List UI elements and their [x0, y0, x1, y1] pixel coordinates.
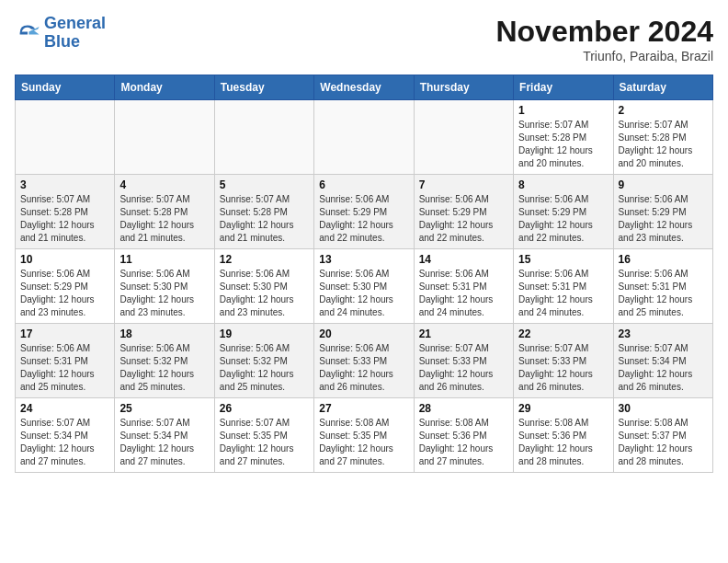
logo-icon	[15, 20, 40, 46]
day-number: 19	[220, 327, 309, 340]
day-info: Sunrise: 5:06 AM Sunset: 5:30 PM Dayligh…	[119, 268, 209, 319]
day-info: Sunrise: 5:06 AM Sunset: 5:30 PM Dayligh…	[319, 268, 408, 319]
location-subtitle: Triunfo, Paraiba, Brazil	[495, 49, 713, 63]
day-number: 14	[419, 253, 508, 266]
day-number: 23	[619, 327, 708, 340]
day-info: Sunrise: 5:07 AM Sunset: 5:34 PM Dayligh…	[619, 342, 708, 394]
day-info: Sunrise: 5:07 AM Sunset: 5:28 PM Dayligh…	[119, 193, 209, 245]
calendar-cell	[314, 100, 414, 175]
day-info: Sunrise: 5:06 AM Sunset: 5:33 PM Dayligh…	[319, 342, 408, 394]
day-number: 18	[119, 327, 209, 340]
calendar-cell: 3Sunrise: 5:07 AM Sunset: 5:28 PM Daylig…	[16, 175, 115, 249]
calendar-cell: 27Sunrise: 5:08 AM Sunset: 5:35 PM Dayli…	[314, 398, 414, 473]
day-info: Sunrise: 5:07 AM Sunset: 5:34 PM Dayligh…	[119, 417, 209, 468]
logo-line2: Blue	[44, 32, 80, 51]
calendar-cell: 17Sunrise: 5:06 AM Sunset: 5:31 PM Dayli…	[16, 324, 115, 398]
calendar-cell: 2Sunrise: 5:07 AM Sunset: 5:28 PM Daylig…	[613, 100, 712, 175]
title-block: November 2024 Triunfo, Paraiba, Brazil	[495, 15, 713, 63]
day-number: 12	[220, 253, 309, 266]
calendar-cell: 14Sunrise: 5:06 AM Sunset: 5:31 PM Dayli…	[414, 249, 513, 324]
day-number: 6	[319, 178, 408, 191]
calendar-cell: 16Sunrise: 5:06 AM Sunset: 5:31 PM Dayli…	[613, 249, 712, 324]
weekday-header-wednesday: Wednesday	[314, 75, 414, 100]
weekday-header-row: SundayMondayTuesdayWednesdayThursdayFrid…	[16, 75, 713, 100]
day-number: 1	[518, 104, 608, 117]
day-number: 3	[20, 178, 109, 191]
day-info: Sunrise: 5:06 AM Sunset: 5:31 PM Dayligh…	[419, 268, 508, 319]
calendar-cell	[115, 100, 214, 175]
day-info: Sunrise: 5:06 AM Sunset: 5:29 PM Dayligh…	[419, 193, 508, 245]
logo: General Blue	[15, 15, 106, 52]
day-info: Sunrise: 5:07 AM Sunset: 5:28 PM Dayligh…	[20, 193, 109, 245]
day-info: Sunrise: 5:07 AM Sunset: 5:35 PM Dayligh…	[220, 417, 309, 468]
day-info: Sunrise: 5:06 AM Sunset: 5:29 PM Dayligh…	[518, 193, 608, 245]
day-number: 9	[619, 178, 708, 191]
day-info: Sunrise: 5:06 AM Sunset: 5:31 PM Dayligh…	[518, 268, 608, 319]
logo-line1: General	[44, 14, 106, 32]
calendar-cell	[16, 100, 115, 175]
day-number: 27	[319, 402, 408, 415]
day-info: Sunrise: 5:07 AM Sunset: 5:33 PM Dayligh…	[419, 342, 508, 394]
day-number: 17	[20, 327, 109, 340]
day-info: Sunrise: 5:07 AM Sunset: 5:28 PM Dayligh…	[220, 193, 309, 245]
day-number: 10	[20, 253, 109, 266]
weekday-header-saturday: Saturday	[613, 75, 712, 100]
day-info: Sunrise: 5:08 AM Sunset: 5:35 PM Dayligh…	[319, 417, 408, 468]
day-number: 15	[518, 253, 608, 266]
weekday-header-sunday: Sunday	[16, 75, 115, 100]
calendar-cell: 26Sunrise: 5:07 AM Sunset: 5:35 PM Dayli…	[214, 398, 313, 473]
day-info: Sunrise: 5:06 AM Sunset: 5:30 PM Dayligh…	[220, 268, 309, 319]
day-number: 8	[518, 178, 608, 191]
calendar-cell: 29Sunrise: 5:08 AM Sunset: 5:36 PM Dayli…	[514, 398, 613, 473]
calendar-week-row: 10Sunrise: 5:06 AM Sunset: 5:29 PM Dayli…	[16, 249, 713, 324]
calendar-cell: 25Sunrise: 5:07 AM Sunset: 5:34 PM Dayli…	[115, 398, 214, 473]
weekday-header-tuesday: Tuesday	[214, 75, 313, 100]
day-info: Sunrise: 5:06 AM Sunset: 5:31 PM Dayligh…	[20, 342, 109, 394]
day-info: Sunrise: 5:08 AM Sunset: 5:36 PM Dayligh…	[419, 417, 508, 468]
calendar-cell: 13Sunrise: 5:06 AM Sunset: 5:30 PM Dayli…	[314, 249, 414, 324]
day-info: Sunrise: 5:07 AM Sunset: 5:34 PM Dayligh…	[20, 417, 109, 468]
calendar-header: SundayMondayTuesdayWednesdayThursdayFrid…	[16, 75, 713, 100]
day-number: 28	[419, 402, 508, 415]
day-number: 24	[20, 402, 109, 415]
calendar-cell: 19Sunrise: 5:06 AM Sunset: 5:32 PM Dayli…	[214, 324, 313, 398]
day-number: 21	[419, 327, 508, 340]
calendar-cell	[214, 100, 313, 175]
day-info: Sunrise: 5:07 AM Sunset: 5:28 PM Dayligh…	[518, 119, 608, 170]
day-number: 7	[419, 178, 508, 191]
calendar-cell: 6Sunrise: 5:06 AM Sunset: 5:29 PM Daylig…	[314, 175, 414, 249]
calendar-cell: 24Sunrise: 5:07 AM Sunset: 5:34 PM Dayli…	[16, 398, 115, 473]
calendar-week-row: 3Sunrise: 5:07 AM Sunset: 5:28 PM Daylig…	[16, 175, 713, 249]
calendar-cell: 22Sunrise: 5:07 AM Sunset: 5:33 PM Dayli…	[514, 324, 613, 398]
day-number: 16	[619, 253, 708, 266]
day-info: Sunrise: 5:08 AM Sunset: 5:37 PM Dayligh…	[619, 417, 708, 468]
day-number: 4	[119, 178, 209, 191]
weekday-header-friday: Friday	[514, 75, 613, 100]
logo-text-block: General Blue	[44, 15, 106, 52]
calendar-cell: 4Sunrise: 5:07 AM Sunset: 5:28 PM Daylig…	[115, 175, 214, 249]
day-number: 13	[319, 253, 408, 266]
day-info: Sunrise: 5:06 AM Sunset: 5:32 PM Dayligh…	[119, 342, 209, 394]
calendar-cell: 5Sunrise: 5:07 AM Sunset: 5:28 PM Daylig…	[214, 175, 313, 249]
day-number: 22	[518, 327, 608, 340]
calendar-cell: 12Sunrise: 5:06 AM Sunset: 5:30 PM Dayli…	[214, 249, 313, 324]
calendar-cell: 8Sunrise: 5:06 AM Sunset: 5:29 PM Daylig…	[514, 175, 613, 249]
day-info: Sunrise: 5:07 AM Sunset: 5:33 PM Dayligh…	[518, 342, 608, 394]
calendar-table: SundayMondayTuesdayWednesdayThursdayFrid…	[15, 75, 713, 473]
weekday-header-thursday: Thursday	[414, 75, 513, 100]
calendar-cell: 10Sunrise: 5:06 AM Sunset: 5:29 PM Dayli…	[16, 249, 115, 324]
calendar-cell: 18Sunrise: 5:06 AM Sunset: 5:32 PM Dayli…	[115, 324, 214, 398]
calendar-cell: 20Sunrise: 5:06 AM Sunset: 5:33 PM Dayli…	[314, 324, 414, 398]
day-number: 30	[619, 402, 708, 415]
calendar-week-row: 24Sunrise: 5:07 AM Sunset: 5:34 PM Dayli…	[16, 398, 713, 473]
day-info: Sunrise: 5:08 AM Sunset: 5:36 PM Dayligh…	[518, 417, 608, 468]
calendar-cell: 23Sunrise: 5:07 AM Sunset: 5:34 PM Dayli…	[613, 324, 712, 398]
month-title: November 2024	[495, 15, 713, 49]
day-number: 25	[119, 402, 209, 415]
day-number: 5	[220, 178, 309, 191]
day-number: 20	[319, 327, 408, 340]
day-info: Sunrise: 5:06 AM Sunset: 5:29 PM Dayligh…	[619, 193, 708, 245]
weekday-header-monday: Monday	[115, 75, 214, 100]
calendar-cell: 11Sunrise: 5:06 AM Sunset: 5:30 PM Dayli…	[115, 249, 214, 324]
calendar-cell: 1Sunrise: 5:07 AM Sunset: 5:28 PM Daylig…	[514, 100, 613, 175]
